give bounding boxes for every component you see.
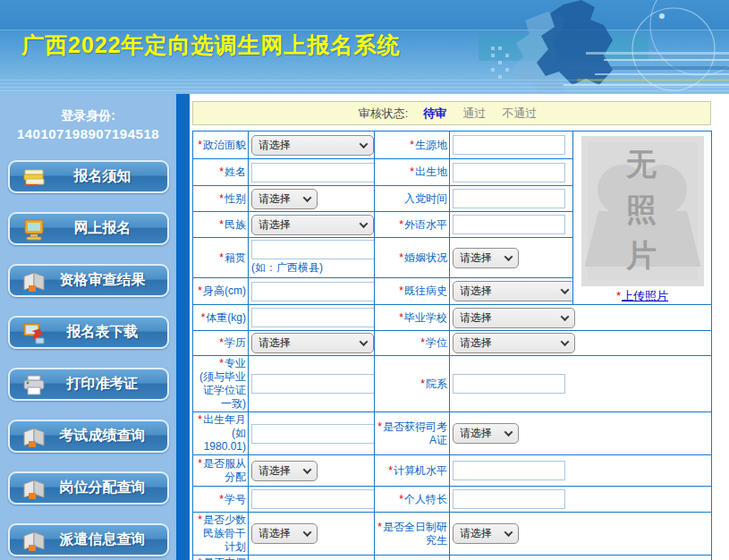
review-status-option-current: 待审	[423, 106, 446, 120]
chevron-down-icon	[303, 193, 312, 202]
field-label-cell-birth-date: *出生年月(如1980.01)	[193, 412, 249, 455]
upload-photo-link[interactable]: 上传照片	[622, 289, 668, 302]
required-asterisk: *	[219, 251, 224, 264]
birth-date-input[interactable]	[251, 424, 375, 444]
required-asterisk: *	[388, 464, 393, 477]
field-label-hint: (如1980.01)	[194, 427, 246, 454]
foreign-language-level-input[interactable]	[453, 215, 565, 234]
gender-select[interactable]: 请选择	[251, 189, 318, 209]
chevron-down-icon	[561, 312, 570, 321]
field-label: 性别	[225, 192, 246, 205]
sidebar-button-dispatch-info-query[interactable]: 派遣信息查询	[8, 523, 169, 556]
required-asterisk: *	[198, 457, 202, 470]
required-asterisk: *	[198, 513, 202, 526]
native-place-input[interactable]	[251, 240, 375, 259]
registration-system-page: 广西2022年定向选调生网上报名系统 登录身份: 140107198907194…	[0, 0, 729, 560]
weight-kg-input[interactable]	[251, 308, 375, 327]
select-placeholder: 请选择	[460, 526, 492, 541]
field-label-cell-weight-kg: *体重(kg)	[193, 305, 249, 331]
required-asterisk: *	[399, 493, 403, 505]
photo-placeholder: 无照片	[581, 136, 704, 286]
field-control-cell-gender: 请选择	[249, 186, 375, 212]
computer-level-input[interactable]	[453, 461, 565, 480]
medical-history-select[interactable]: 请选择	[453, 281, 573, 301]
field-label-cell-origin-place: *生源地	[375, 132, 450, 159]
chevron-down-icon	[561, 337, 570, 346]
full-name-input[interactable]	[251, 163, 375, 182]
sidebar: 登录身份: 140107198907194518 报名须知网上报名资格审查结果报…	[0, 94, 176, 560]
sidebar-button-label: 报名须知	[47, 167, 167, 186]
sidebar-button-exam-score-query[interactable]: 考试成绩查询	[8, 420, 169, 453]
sidebar-button-label: 资格审查结果	[47, 271, 167, 290]
sidebar-button-signup-notice[interactable]: 报名须知	[8, 160, 169, 193]
field-label-cell-birth-place: *出生地	[375, 159, 450, 186]
degree-select[interactable]: 请选择	[453, 333, 575, 353]
sidebar-button-post-assignment-query[interactable]: 岗位分配查询	[8, 471, 169, 505]
select-placeholder: 请选择	[259, 463, 291, 479]
sidebar-button-label: 网上报名	[47, 219, 167, 238]
field-control-cell-political-status: 请选择	[249, 132, 375, 159]
chevron-down-icon	[504, 428, 513, 437]
field-control-cell-full-name	[249, 159, 375, 186]
field-control-cell-degree: 请选择	[450, 331, 712, 356]
field-control-cell-computer-level	[450, 455, 712, 487]
education-level-select[interactable]: 请选择	[251, 333, 374, 353]
party-join-date-input[interactable]	[453, 189, 565, 208]
political-status-select[interactable]: 请选择	[251, 135, 374, 156]
field-label: 籍贯	[225, 251, 246, 264]
obey-assignment-select[interactable]: 请选择	[251, 461, 318, 481]
field-control-cell-party-join-date	[450, 186, 573, 212]
required-asterisk: *	[219, 192, 224, 205]
fulltime-postgraduate-select[interactable]: 请选择	[453, 523, 519, 544]
field-label-cell-ethnicity: *民族	[193, 212, 249, 238]
chevron-down-icon	[360, 219, 369, 228]
field-control-cell-graduate-school: 请选择	[450, 305, 712, 331]
page-title: 广西2022年定向选调生网上报名系统	[21, 30, 401, 60]
major-input[interactable]	[251, 374, 375, 394]
field-label-cell-degree: *学位	[375, 331, 450, 356]
field-control-cell-marital-status: 请选择	[450, 238, 573, 278]
form-row: *出生年月(如1980.01)*是否获得司考A证请选择	[193, 412, 712, 455]
field-label-cell-department: *院系	[375, 356, 450, 412]
field-label-cell-minority-backbone-plan: *是否少数民族骨干计划	[193, 513, 249, 556]
chevron-down-icon	[504, 252, 513, 261]
field-label-cell-student-id: *学号	[193, 487, 249, 513]
required-asterisk: *	[399, 251, 403, 264]
field-control-cell-weight-kg	[249, 305, 375, 331]
open-book-icon	[21, 425, 47, 448]
origin-place-input[interactable]	[453, 135, 565, 155]
personal-specialty-input[interactable]	[453, 489, 565, 509]
sidebar-divider	[176, 94, 190, 560]
sidebar-button-signup-form-download[interactable]: 报名表下载	[8, 316, 169, 349]
field-label: 院系	[426, 378, 447, 390]
birth-place-input[interactable]	[453, 163, 565, 182]
field-label-cell-judicial-exam-a-cert: *是否获得司考A证	[375, 412, 450, 455]
field-control-cell-minority-backbone-plan: 请选择	[249, 513, 375, 556]
judicial-exam-a-cert-select[interactable]: 请选择	[453, 423, 519, 444]
graduate-school-select[interactable]: 请选择	[453, 308, 575, 328]
field-label: 身高(cm)	[203, 284, 246, 297]
marital-status-select[interactable]: 请选择	[453, 248, 519, 268]
minority-backbone-plan-select[interactable]: 请选择	[251, 523, 318, 544]
field-control-cell-judicial-exam-a-cert: 请选择	[450, 412, 712, 455]
field-control-cell-birth-place	[450, 159, 573, 186]
field-control-cell-ethnicity: 请选择	[249, 212, 375, 238]
field-control-cell-volunteer-county-work: 请选择	[249, 556, 375, 560]
select-placeholder: 请选择	[460, 284, 492, 299]
review-status-option-other: 不通过	[502, 106, 537, 120]
sidebar-button-print-admission-ticket[interactable]: 打印准考证	[8, 368, 169, 401]
height-cm-input[interactable]	[251, 282, 375, 301]
header-streaks-decoration	[0, 80, 729, 94]
login-identity-value: 140107198907194518	[0, 124, 176, 144]
sidebar-button-qualification-review-result[interactable]: 资格审查结果	[8, 264, 169, 297]
student-id-input[interactable]	[251, 489, 375, 509]
no-photo-text: 无照片	[581, 141, 704, 278]
field-label: 学位	[426, 336, 447, 349]
department-input[interactable]	[453, 374, 565, 394]
ethnicity-select[interactable]: 请选择	[251, 215, 374, 235]
sidebar-button-online-signup[interactable]: 网上报名	[8, 212, 169, 245]
required-asterisk: *	[420, 336, 425, 349]
form-row: *学历请选择*学位请选择	[193, 331, 712, 356]
required-asterisk: *	[219, 336, 224, 349]
review-status-option-other: 通过	[462, 106, 486, 120]
